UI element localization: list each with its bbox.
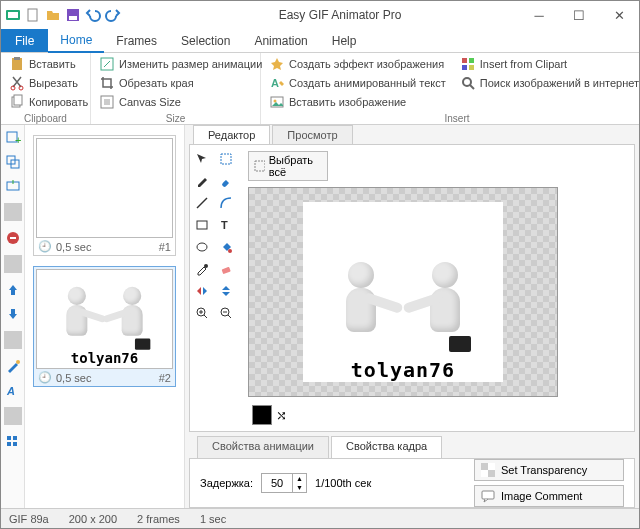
resize-button[interactable]: Изменить размер анимации — [97, 55, 264, 73]
select-all-button[interactable]: Выбрать всё — [248, 151, 328, 181]
redo-icon[interactable] — [105, 7, 121, 23]
tool-delete-icon[interactable] — [4, 229, 22, 247]
frame-2-num: #2 — [159, 372, 171, 384]
zoom-in-tool-icon[interactable] — [194, 305, 210, 321]
copy-button[interactable]: Копировать — [7, 93, 90, 111]
tab-home[interactable]: Home — [48, 29, 104, 53]
svg-rect-51 — [482, 491, 494, 499]
cut-button[interactable]: Вырезать — [7, 74, 90, 92]
new-icon[interactable] — [25, 7, 41, 23]
svg-rect-13 — [104, 99, 110, 105]
canvas[interactable]: tolyan76 — [248, 187, 558, 397]
tool-insert-icon[interactable] — [4, 177, 22, 195]
tab-selection[interactable]: Selection — [169, 29, 242, 52]
title-bar: Easy GIF Animator Pro ─ ☐ ✕ — [1, 1, 639, 29]
tab-anim-props[interactable]: Свойства анимации — [197, 436, 329, 458]
tool-palette: T — [190, 145, 242, 431]
tool-text-icon[interactable]: A — [4, 381, 22, 399]
delay-spinner[interactable]: ▲▼ — [261, 473, 307, 493]
flip-h-tool-icon[interactable] — [194, 283, 210, 299]
tool-effects-icon[interactable] — [4, 357, 22, 375]
open-icon[interactable] — [45, 7, 61, 23]
frame-list: 🕘0,5 sec#1 tolyan76 🕘0,5 sec#2 — [25, 125, 185, 508]
tab-frame-props[interactable]: Свойства кадра — [331, 436, 442, 458]
pointer-tool-icon[interactable] — [194, 151, 210, 167]
create-effect-button[interactable]: Создать эффект изображения — [267, 55, 448, 73]
svg-text:+: + — [15, 134, 21, 146]
svg-rect-50 — [488, 470, 495, 477]
svg-text:T: T — [221, 219, 228, 231]
brush-tool-icon[interactable] — [218, 173, 234, 189]
svg-rect-44 — [222, 267, 231, 274]
tab-editor[interactable]: Редактор — [193, 125, 270, 144]
editor-panel: Редактор Просмотр T — [185, 125, 639, 508]
zoom-out-tool-icon[interactable] — [218, 305, 234, 321]
tool-duplicate-frame-icon[interactable] — [4, 153, 22, 171]
frame-2-thumb: tolyan76 — [36, 269, 173, 369]
minimize-button[interactable]: ─ — [519, 1, 559, 29]
pencil-tool-icon[interactable] — [194, 173, 210, 189]
tab-help[interactable]: Help — [320, 29, 369, 52]
create-text-button[interactable]: AСоздать анимированный текст — [267, 74, 448, 92]
tab-animation[interactable]: Animation — [242, 29, 319, 52]
close-button[interactable]: ✕ — [599, 1, 639, 29]
text-tool-icon[interactable]: T — [218, 217, 234, 233]
svg-rect-47 — [255, 161, 265, 171]
svg-rect-34 — [7, 436, 11, 440]
delay-input[interactable] — [262, 474, 292, 492]
svg-rect-1 — [8, 12, 18, 18]
menu-bar: File Home Frames Selection Animation Hel… — [1, 29, 639, 53]
spin-down-icon[interactable]: ▼ — [292, 483, 306, 492]
frame-2[interactable]: tolyan76 🕘0,5 sec#2 — [33, 266, 176, 387]
insert-clipart-button[interactable]: Insert from Clipart — [458, 55, 640, 73]
svg-rect-49 — [481, 463, 488, 470]
line-tool-icon[interactable] — [194, 195, 210, 211]
clock-icon: 🕘 — [38, 240, 52, 253]
tab-frames[interactable]: Frames — [104, 29, 169, 52]
svg-rect-36 — [7, 442, 11, 446]
svg-rect-37 — [13, 442, 17, 446]
canvas-text: tolyan76 — [351, 358, 455, 382]
image-comment-button[interactable]: Image Comment — [474, 485, 624, 507]
frame-1-thumb — [36, 138, 173, 238]
canvas-size-button[interactable]: Canvas Size — [97, 93, 264, 111]
tool-move-up-icon[interactable] — [4, 281, 22, 299]
svg-point-41 — [197, 243, 207, 251]
svg-text:A: A — [271, 77, 279, 89]
curve-tool-icon[interactable] — [218, 195, 234, 211]
marquee-tool-icon[interactable] — [218, 151, 234, 167]
svg-rect-38 — [221, 154, 231, 164]
main-area: + A 🕘0,5 sec#1 tolyan76 — [1, 125, 639, 508]
insert-image-button[interactable]: Вставить изображение — [267, 93, 448, 111]
window-title: Easy GIF Animator Pro — [161, 8, 519, 22]
fill-tool-icon[interactable] — [218, 239, 234, 255]
svg-rect-31 — [11, 309, 15, 314]
set-transparency-button[interactable]: Set Transparency — [474, 459, 624, 481]
eraser-tool-icon[interactable] — [218, 261, 234, 277]
paste-button[interactable]: Вставить — [7, 55, 90, 73]
frame-2-time: 0,5 sec — [56, 372, 91, 384]
save-icon[interactable] — [65, 7, 81, 23]
swap-colors-icon[interactable]: ⤭ — [276, 408, 287, 423]
tool-move-down-icon[interactable] — [4, 305, 22, 323]
file-menu[interactable]: File — [1, 29, 48, 52]
crop-button[interactable]: Обрезать края — [97, 74, 264, 92]
search-images-button[interactable]: Поиск изображений в интернете — [458, 74, 640, 92]
eyedropper-tool-icon[interactable] — [194, 261, 210, 277]
app-icon — [5, 7, 21, 23]
rect-tool-icon[interactable] — [194, 217, 210, 233]
frame-1-num: #1 — [159, 241, 171, 253]
undo-icon[interactable] — [85, 7, 101, 23]
spin-up-icon[interactable]: ▲ — [292, 474, 306, 483]
maximize-button[interactable]: ☐ — [559, 1, 599, 29]
svg-rect-4 — [69, 16, 77, 20]
ellipse-tool-icon[interactable] — [194, 239, 210, 255]
tool-add-frame-icon[interactable]: + — [4, 129, 22, 147]
svg-text:A: A — [6, 385, 15, 397]
tab-preview-panel[interactable]: Просмотр — [272, 125, 352, 144]
svg-rect-20 — [469, 65, 474, 70]
foreground-color[interactable] — [252, 405, 272, 425]
tool-grid-icon[interactable] — [4, 433, 22, 451]
flip-v-tool-icon[interactable] — [218, 283, 234, 299]
frame-1[interactable]: 🕘0,5 sec#1 — [33, 135, 176, 256]
